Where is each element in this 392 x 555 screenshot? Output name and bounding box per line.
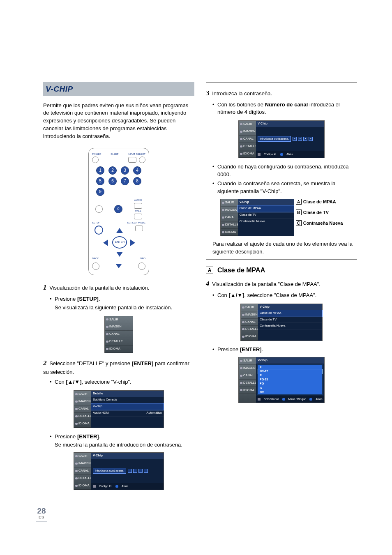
osd-detalle: SALIR IMAGEN CANAL DETALLE IDIOMA Detall… xyxy=(74,390,164,428)
still-button[interactable] xyxy=(134,214,142,219)
digit-0[interactable]: 0 xyxy=(114,205,122,213)
bold: [ENTER] xyxy=(77,433,99,440)
arrow-left-icon[interactable] xyxy=(103,240,108,246)
label: CANAL xyxy=(78,407,89,411)
rating-PG[interactable]: PG xyxy=(258,382,322,386)
txt: . xyxy=(99,433,101,440)
digit-7[interactable]: 7 xyxy=(121,177,129,185)
txt: Con xyxy=(55,379,66,385)
osd-item-salir[interactable]: SALIR xyxy=(105,316,133,324)
osd-row-contrasena-nueva[interactable]: Contraseña Nueva xyxy=(258,323,322,329)
pw-digit-box[interactable] xyxy=(138,469,143,473)
back-icon xyxy=(115,485,118,488)
screen-mode-button[interactable] xyxy=(135,226,143,231)
rating-G[interactable]: G xyxy=(258,386,322,390)
audio-button[interactable] xyxy=(134,203,142,209)
label: IMAGEN xyxy=(109,325,122,329)
number-pad: 1 2 3 4 5 6 7 8 9 xyxy=(96,166,141,196)
digit-5[interactable]: 5 xyxy=(96,177,104,185)
subsection-A-box: A xyxy=(206,267,213,274)
status-codigo: Código Id. xyxy=(264,152,277,157)
digit-9[interactable]: 9 xyxy=(96,188,104,196)
pw-digit-box[interactable]: * xyxy=(298,137,302,141)
osd-row-clase-tv[interactable]: Clase de TV xyxy=(238,212,294,219)
arrow-right-icon[interactable] xyxy=(130,240,135,246)
step-2: 2 Seleccione "DETALLE" y presione [ENTER… xyxy=(43,358,194,386)
digit-6[interactable]: 6 xyxy=(108,177,117,185)
step-3-bullet-2: Cuando no haya configurado su contraseña… xyxy=(212,163,357,179)
after-callouts-text: Para realizar el ajuste de cada uno de l… xyxy=(212,240,357,256)
txt: , seleccione "V-chip". xyxy=(81,379,131,385)
nav-triangle-icon xyxy=(116,264,122,268)
osd-row-subtitulo[interactable]: Subtítulo Cerrado xyxy=(91,397,164,403)
callout-B-box: B xyxy=(296,210,302,215)
rating-NC-17[interactable]: NC-17 xyxy=(258,369,322,373)
step-1: 1 Visualización de la pantalla de instal… xyxy=(43,283,194,311)
osd-row-clase-tv[interactable]: Clase de TV xyxy=(258,317,322,323)
bold: [▲/▼] xyxy=(228,292,244,298)
label-input-select: INPUT SELECT xyxy=(128,152,145,156)
back-icon xyxy=(280,153,283,156)
digit-8[interactable]: 8 xyxy=(133,177,141,185)
osd-item-canal[interactable]: CANAL xyxy=(105,331,133,338)
osd-row-vchip[interactable]: V–chip xyxy=(91,403,164,410)
pw-digit-box[interactable]: * xyxy=(309,137,313,141)
osd-item-idioma[interactable]: IDIOMA xyxy=(105,345,133,353)
page-num: 28 xyxy=(36,507,47,515)
divider xyxy=(206,82,357,83)
rating-X[interactable]: X xyxy=(258,365,322,369)
osd-title: V-Chip xyxy=(238,199,294,205)
osd-title: V-Chip xyxy=(256,121,324,127)
osd-row-contrasena-nueva[interactable]: Contraseña Nueva xyxy=(238,219,294,225)
sleep-button[interactable] xyxy=(128,157,136,163)
toggle-icon xyxy=(282,398,285,401)
label: IDIOMA xyxy=(109,347,120,351)
rating-R[interactable]: R xyxy=(258,373,322,378)
step-1-text: Visualización de la pantalla de instalac… xyxy=(49,285,149,291)
digit-1[interactable]: 1 xyxy=(96,166,104,175)
digit-3[interactable]: 3 xyxy=(121,166,129,175)
rating-PG-13[interactable]: PG-13 xyxy=(258,378,322,382)
arrow-up-icon[interactable] xyxy=(116,228,123,233)
osd-setup-sidebar: SALIR IMAGEN CANAL DETALLE IDIOMA xyxy=(104,316,133,353)
txt: . xyxy=(99,296,100,302)
status-mirar-bloque: Mirar / Bloque xyxy=(288,397,307,401)
osd-item-detalle[interactable]: DETALLE xyxy=(105,338,133,345)
osd-item-imagen[interactable]: IMAGEN xyxy=(105,323,133,331)
info-button[interactable] xyxy=(138,263,145,270)
osd-row-audio-hdmi[interactable]: Audio HDMIAutomático xyxy=(91,410,164,417)
digit-4[interactable]: 4 xyxy=(133,166,141,175)
osd-title: V-Chip xyxy=(91,453,164,459)
osd-row-clase-mpaa[interactable]: Clase de MPAA xyxy=(258,310,322,317)
enter-button[interactable]: ENTER xyxy=(112,236,127,249)
intro-paragraph: Permite que los padres eviten que sus ni… xyxy=(43,102,194,140)
label: SALIR xyxy=(109,318,118,322)
setup-button[interactable] xyxy=(95,226,103,235)
select-icon xyxy=(258,398,261,401)
bold: [SETUP] xyxy=(77,296,99,302)
label-setup: SETUP xyxy=(92,221,100,225)
label: DETALLE xyxy=(78,414,92,419)
label-still: STILL xyxy=(135,210,141,213)
label-info: INFO xyxy=(140,257,145,260)
osd-vchip-password: SALIR IMAGEN CANAL DETALLE IDIOMA V-Chip… xyxy=(74,452,164,490)
step-3-text: Introduzca la contraseña. xyxy=(212,90,272,97)
dash-button[interactable] xyxy=(95,205,103,213)
arrow-down-icon[interactable] xyxy=(116,252,123,257)
status-codigo: Código Id. xyxy=(99,484,112,488)
osd-row-clase-mpaa[interactable]: Clase de MPAA xyxy=(238,205,294,212)
pw-digit-box[interactable]: * xyxy=(303,137,307,141)
input-select-button[interactable] xyxy=(139,157,145,163)
pw-digit-box[interactable] xyxy=(144,469,148,473)
osd-title: V-Chip xyxy=(258,304,322,310)
rating-NR[interactable]: NR xyxy=(258,390,322,394)
menu-icon xyxy=(106,318,108,320)
txt: Con xyxy=(217,292,228,298)
digit-2[interactable]: 2 xyxy=(108,166,117,175)
pw-digit-box[interactable] xyxy=(133,469,137,473)
pw-digit-box[interactable] xyxy=(128,469,132,473)
osd-password-prompt: Introduzca contrasena. xyxy=(93,468,126,474)
pw-digit-box[interactable]: * xyxy=(293,137,297,141)
power-button[interactable] xyxy=(92,157,99,163)
back-button[interactable] xyxy=(92,263,99,270)
